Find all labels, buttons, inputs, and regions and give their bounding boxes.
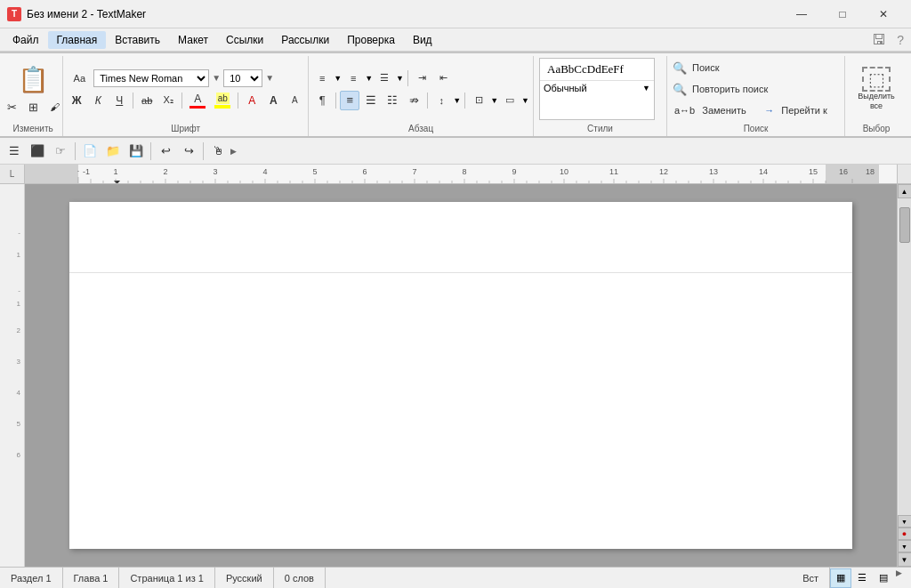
qa-undo-button[interactable]: ↩	[155, 141, 176, 162]
align-left-button[interactable]: ≡	[340, 91, 359, 110]
ruler-container: L · -1 1	[0, 165, 911, 184]
align-left-big-button[interactable]: ⇤	[433, 68, 453, 88]
menu-insert[interactable]: Вставить	[106, 31, 169, 49]
shading-button[interactable]: ▭	[500, 91, 520, 110]
select-all-button[interactable]: ⬚ Выделитьвсе	[850, 58, 903, 120]
cut-button[interactable]: ✂	[2, 99, 21, 115]
aa-button[interactable]: Аа	[67, 68, 92, 88]
align-justify-button[interactable]: ☷	[383, 91, 402, 110]
scroll-prev-page-button[interactable]: ▼	[898, 515, 912, 528]
menu-review[interactable]: Проверка	[338, 31, 404, 49]
copy-button[interactable]: ⊞	[23, 99, 43, 115]
menu-layout[interactable]: Макет	[169, 31, 217, 49]
svg-text:18: 18	[866, 167, 875, 176]
subscript-button[interactable]: X₂	[158, 91, 178, 110]
status-language: Русский	[215, 568, 274, 588]
svg-text:3: 3	[213, 167, 217, 176]
document-canvas[interactable]	[25, 184, 897, 567]
strikethrough-button[interactable]: ab	[137, 91, 157, 110]
bold-button[interactable]: Ж	[67, 91, 86, 110]
qa-new-button[interactable]: 📄	[79, 141, 101, 162]
numbering-button[interactable]: ≡	[343, 68, 363, 88]
styles-dropdown-arrow[interactable]: ▼	[642, 84, 650, 93]
replace-button[interactable]: Заменить	[698, 101, 761, 120]
scroll-track[interactable]	[899, 198, 911, 515]
list-button[interactable]: ☰	[375, 68, 394, 88]
para-sep-1	[407, 70, 408, 86]
qa-pointer-button[interactable]: 🖱	[207, 141, 229, 162]
help-icon[interactable]: 🖫	[865, 32, 893, 48]
scroll-dot-button[interactable]: ●	[898, 528, 912, 540]
style-name-row: Обычный ▼	[540, 81, 654, 95]
search-again-icon: 🔍	[673, 83, 687, 96]
qa-hand-button[interactable]: ☞	[50, 141, 71, 162]
close-button[interactable]: ✕	[863, 0, 904, 28]
line-spacing-button[interactable]: ↕	[431, 91, 451, 110]
view-normal-button[interactable]: ▦	[830, 568, 851, 588]
text-effects-button[interactable]: A	[242, 91, 262, 110]
svg-text:8: 8	[462, 167, 466, 176]
search-icon: 🔍	[673, 61, 687, 75]
scroll-extra-buttons: ▼ ● ▼	[898, 515, 912, 552]
styles-panel: AaBbCcDdEeFf Обычный ▼	[539, 58, 655, 120]
svg-text:12: 12	[659, 167, 668, 176]
align-right-big-button[interactable]: ⇥	[412, 68, 431, 88]
find-button[interactable]: Поиск	[689, 58, 760, 77]
paste-button[interactable]: 📋	[10, 63, 56, 97]
maximize-button[interactable]: □	[822, 0, 863, 28]
page-body[interactable]	[69, 273, 852, 567]
italic-button[interactable]: К	[88, 91, 108, 110]
status-mode: Вст	[792, 568, 830, 588]
find-again-button[interactable]: Повторить поиск	[689, 79, 771, 99]
pilcrow-button[interactable]: ¶	[312, 91, 332, 110]
minimize-button[interactable]: —	[781, 0, 822, 28]
format-painter-button[interactable]: 🖌	[44, 99, 64, 115]
scroll-up-button[interactable]: ▲	[898, 184, 912, 198]
status-bar: Раздел 1 Глава 1 Страница 1 из 1 Русский…	[0, 567, 911, 588]
qa-save-button[interactable]: 💾	[125, 141, 147, 162]
qa-lines-button[interactable]: ☰	[4, 141, 25, 162]
qa-select-button[interactable]: ⬛	[27, 141, 48, 162]
ruler-tick-6: 4	[17, 389, 20, 397]
select-all-label: Выделитьвсе	[858, 92, 895, 111]
menu-references[interactable]: Ссылки	[217, 31, 272, 49]
scroll-thumb[interactable]	[899, 207, 910, 243]
font-grow-button[interactable]: A	[263, 91, 283, 110]
ribbon-body: 📋 ✂ ⊞ 🖌 Изменить Аа Times New Roman Aria…	[0, 52, 911, 138]
font-color-button[interactable]: A	[186, 91, 209, 110]
font-group-label: Шрифт	[67, 122, 304, 136]
ruler-tick-2: -	[18, 286, 20, 294]
ruler-tick-0: -	[18, 229, 20, 237]
view-more-arrow[interactable]: ▶	[894, 568, 904, 588]
svg-text:7: 7	[412, 167, 416, 176]
view-outline-button[interactable]: ☰	[851, 568, 873, 588]
qa-redo-button[interactable]: ↪	[178, 141, 199, 162]
highlight-button[interactable]: ab	[211, 91, 234, 110]
scroll-next-page-button[interactable]: ▼	[898, 540, 912, 552]
menu-home[interactable]: Главная	[48, 31, 107, 49]
border-button[interactable]: ⊡	[469, 91, 488, 110]
menu-file[interactable]: Файл	[4, 31, 48, 49]
align-center-button[interactable]: ☰	[361, 91, 381, 110]
menu-mailings[interactable]: Рассылки	[272, 31, 338, 49]
menu-view[interactable]: Вид	[404, 31, 441, 49]
svg-text:6: 6	[362, 167, 367, 176]
question-icon[interactable]: ?	[893, 33, 907, 47]
scroll-down-button[interactable]: ▼	[898, 552, 912, 567]
qa-more-arrow[interactable]: ▶	[230, 147, 237, 156]
align-right-button[interactable]: ⇏	[404, 91, 423, 110]
font-size-select[interactable]: 10 12 14	[223, 69, 262, 87]
qa-open-button[interactable]: 📁	[102, 141, 124, 162]
font-sep-1	[133, 93, 133, 109]
view-draft-button[interactable]: ▤	[873, 568, 894, 588]
qa-sep-2	[150, 142, 151, 160]
font-name-select[interactable]: Times New Roman Arial Calibri	[93, 69, 209, 87]
para-sep-2	[335, 93, 336, 109]
replace-icon: a↔b	[673, 105, 697, 116]
font-sep-2	[181, 93, 182, 109]
font-shrink-button[interactable]: A	[285, 91, 304, 110]
underline-button[interactable]: Ч	[109, 91, 129, 110]
bullets-button[interactable]: ≡	[312, 68, 332, 88]
ribbon-group-change: 📋 ✂ ⊞ 🖌 Изменить	[4, 56, 63, 136]
goto-button[interactable]: Перейти к	[778, 101, 840, 120]
